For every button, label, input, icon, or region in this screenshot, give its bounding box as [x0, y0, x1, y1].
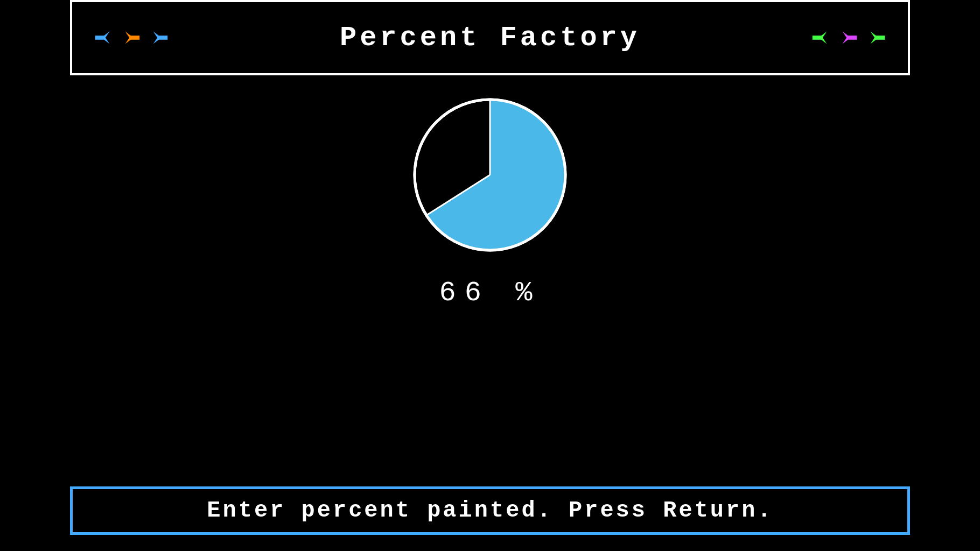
green-left-arrow-icon: [810, 27, 831, 48]
pie-chart-container: [393, 94, 587, 256]
percent-display: 66 %: [439, 277, 541, 309]
left-icons-box: [72, 2, 191, 73]
purple-arrow-icon: [838, 27, 859, 48]
svg-rect-3: [129, 36, 139, 40]
blue-left-arrow-icon: [93, 27, 114, 48]
game-title: Percent Factory: [340, 22, 640, 54]
blue-right-arrow-icon: [149, 27, 170, 48]
right-icons-group: [810, 27, 887, 48]
bottom-bar: Enter percent painted. Press Return.: [70, 486, 910, 535]
svg-rect-11: [874, 36, 885, 40]
orange-arrow-icon: [121, 27, 142, 48]
instruction-text: Enter percent painted. Press Return.: [207, 498, 773, 524]
chart-area: 66 %: [0, 94, 980, 309]
svg-rect-7: [813, 36, 823, 40]
header: Percent Factory: [70, 0, 910, 75]
left-icons-group: [93, 27, 170, 48]
green-right-arrow-icon: [866, 27, 887, 48]
right-icons-box: [789, 2, 908, 73]
svg-rect-5: [157, 36, 167, 40]
pie-chart: [393, 94, 587, 256]
game-screen: Percent Factory: [0, 0, 980, 551]
svg-rect-1: [95, 36, 106, 40]
svg-rect-9: [846, 36, 857, 40]
title-box: Percent Factory: [191, 2, 789, 73]
